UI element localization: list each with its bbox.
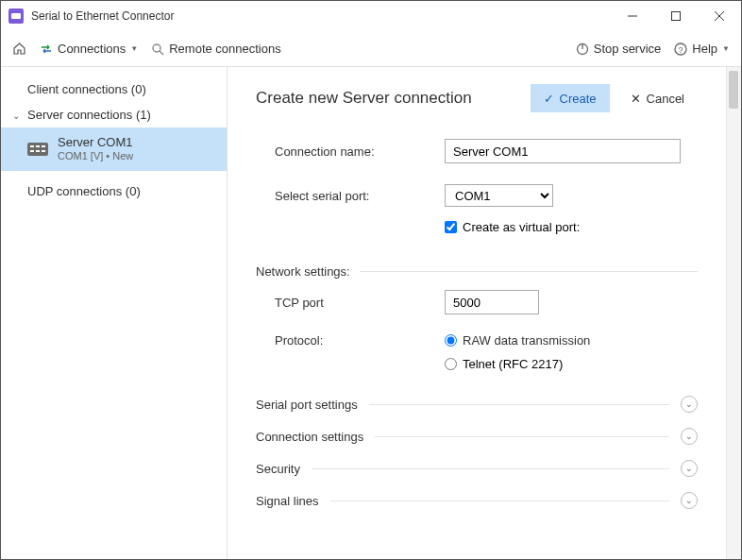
cancel-button[interactable]: ✕ Cancel <box>617 84 698 112</box>
toolbar: Connections ▼ Remote connections Stop se… <box>1 31 741 67</box>
x-icon: ✕ <box>631 92 641 106</box>
main-content: Create new Server connection ✓ Create ✕ … <box>228 67 726 559</box>
divider <box>312 468 669 469</box>
remote-label: Remote connections <box>169 42 281 56</box>
conn-name-input[interactable] <box>445 139 681 163</box>
divider <box>360 271 698 272</box>
page-title: Create new Server connection <box>256 89 531 108</box>
scrollbar[interactable] <box>726 67 741 559</box>
app-icon <box>8 8 24 24</box>
stop-service-button[interactable]: Stop service <box>576 42 662 56</box>
divider <box>330 501 670 501</box>
stop-service-label: Stop service <box>594 42 662 56</box>
svg-rect-1 <box>672 12 681 21</box>
expand-icon: ⌄ <box>681 460 698 477</box>
svg-line-5 <box>160 51 163 55</box>
expand-icon: ⌄ <box>681 428 698 445</box>
proto-raw-label: RAW data transmission <box>463 333 590 348</box>
sidebar-item-sub: COM1 [V] • New <box>58 150 133 163</box>
check-icon: ✓ <box>544 92 554 106</box>
section-security-label: Security <box>256 462 300 476</box>
connections-dropdown[interactable]: Connections ▼ <box>40 42 138 56</box>
proto-raw-radio[interactable] <box>445 334 457 347</box>
section-connection[interactable]: Connection settings ⌄ <box>256 420 698 452</box>
sidebar-item-server-com1[interactable]: Server COM1 COM1 [V] • New <box>1 127 227 171</box>
create-button[interactable]: ✓ Create <box>531 84 610 112</box>
help-icon: ? <box>674 42 687 56</box>
titlebar: Serial to Ethernet Connector <box>1 1 741 31</box>
search-icon <box>151 42 164 56</box>
tcp-port-input[interactable] <box>445 290 539 314</box>
conn-name-label: Connection name: <box>275 144 445 159</box>
create-label: Create <box>560 92 597 106</box>
expand-icon: ⌄ <box>681 396 698 413</box>
proto-telnet-radio[interactable] <box>445 358 457 370</box>
protocol-label: Protocol: <box>275 333 445 348</box>
caret-down-icon: ▼ <box>130 44 138 53</box>
sidebar-client-header[interactable]: Client connections (0) <box>1 76 227 102</box>
network-settings-heading: Network settings: <box>256 264 350 279</box>
section-signal-label: Signal lines <box>256 494 319 508</box>
help-dropdown[interactable]: ? Help ▼ <box>674 42 730 56</box>
home-icon <box>12 42 26 56</box>
section-serial-port[interactable]: Serial port settings ⌄ <box>256 388 698 420</box>
minimize-icon <box>628 11 637 21</box>
tcp-port-label: TCP port <box>275 296 445 310</box>
section-conn-label: Connection settings <box>256 430 363 444</box>
svg-text:?: ? <box>679 44 683 54</box>
app-title: Serial to Ethernet Connector <box>31 9 174 23</box>
serial-port-select[interactable]: COM1 <box>445 184 553 207</box>
proto-telnet-label: Telnet (RFC 2217) <box>463 357 563 371</box>
sidebar: Client connections (0) ⌄ Server connecti… <box>1 67 228 559</box>
divider <box>369 404 669 405</box>
swap-icon <box>40 42 53 56</box>
chevron-down-icon: ⌄ <box>12 110 20 121</box>
sidebar-udp-label: UDP connections (0) <box>27 184 141 198</box>
divider <box>375 436 669 437</box>
sidebar-udp-header[interactable]: UDP connections (0) <box>1 178 227 204</box>
maximize-icon <box>671 11 681 21</box>
sidebar-client-label: Client connections (0) <box>27 82 146 96</box>
close-icon <box>715 11 724 21</box>
remote-connections-button[interactable]: Remote connections <box>151 42 281 56</box>
section-serial-label: Serial port settings <box>256 398 358 412</box>
caret-down-icon: ▼ <box>722 44 730 53</box>
svg-point-4 <box>153 44 160 52</box>
minimize-button[interactable] <box>611 1 654 31</box>
virtual-port-label: Create as virtual port: <box>463 220 580 234</box>
expand-icon: ⌄ <box>681 492 698 509</box>
power-icon <box>576 42 589 56</box>
serial-port-label: Select serial port: <box>275 189 445 203</box>
home-button[interactable] <box>12 42 26 56</box>
connections-label: Connections <box>58 42 126 56</box>
sidebar-item-name: Server COM1 <box>58 135 133 150</box>
port-icon <box>27 143 48 156</box>
maximize-button[interactable] <box>654 1 698 31</box>
scrollbar-thumb[interactable] <box>729 71 738 109</box>
help-label: Help <box>692 42 717 56</box>
sidebar-server-label: Server connections (1) <box>27 108 151 122</box>
section-security[interactable]: Security ⌄ <box>256 452 698 484</box>
cancel-label: Cancel <box>647 92 684 106</box>
virtual-port-checkbox[interactable] <box>445 221 457 233</box>
section-signal-lines[interactable]: Signal lines ⌄ <box>256 484 698 517</box>
sidebar-server-header[interactable]: ⌄ Server connections (1) <box>1 102 227 127</box>
close-button[interactable] <box>698 1 741 31</box>
